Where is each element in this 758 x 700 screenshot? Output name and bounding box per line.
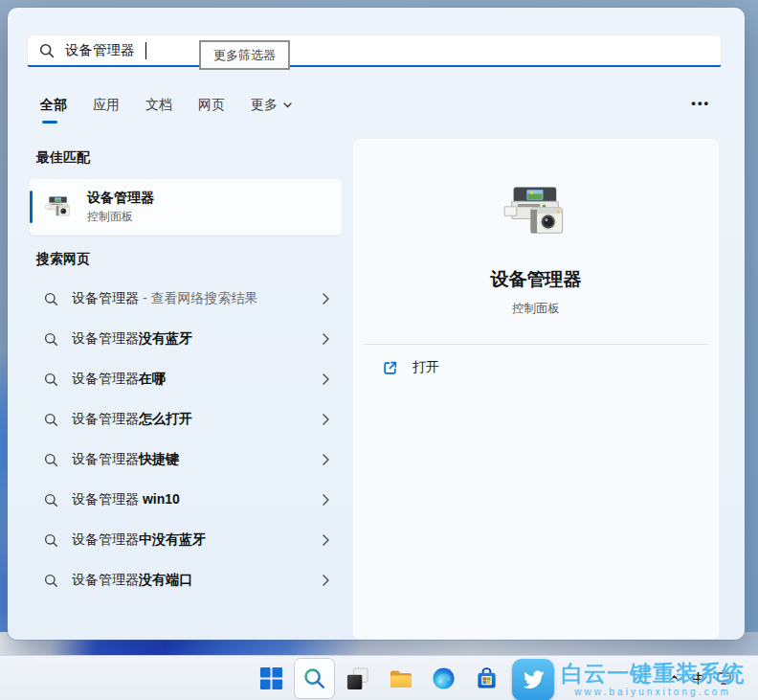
- search-query-text: 设备管理器: [65, 41, 135, 59]
- search-flyout-panel: 设备管理器 更多筛选器 全部 应用 文档 网页 更多 ••• 最佳匹配 设备管理…: [8, 8, 745, 640]
- display-tray-icon[interactable]: [717, 672, 731, 685]
- search-icon: [44, 373, 58, 387]
- tab-apps[interactable]: 应用: [93, 97, 120, 114]
- more-options-button[interactable]: •••: [691, 96, 710, 110]
- best-match-subtitle: 控制面板: [87, 209, 154, 225]
- twitter-bird-icon: [512, 659, 554, 700]
- suggestion-row[interactable]: 设备管理器 - 查看网络搜索结果: [29, 279, 343, 319]
- search-icon: [302, 666, 326, 690]
- more-filters-label: 更多筛选器: [213, 47, 276, 64]
- suggestion-row[interactable]: 设备管理器在哪: [29, 359, 343, 399]
- tab-all[interactable]: 全部: [40, 97, 67, 114]
- web-search-section-title: 搜索网页: [36, 251, 90, 268]
- more-filters-button[interactable]: 更多筛选器: [199, 40, 290, 70]
- chevron-right-icon: [323, 373, 329, 385]
- folder-icon: [389, 666, 413, 691]
- open-action[interactable]: 打开: [353, 345, 719, 391]
- chevron-right-icon: [323, 454, 329, 465]
- tab-more[interactable]: 更多: [251, 97, 292, 114]
- input-method-indicator[interactable]: 中: [692, 670, 704, 688]
- file-explorer-button[interactable]: [381, 659, 420, 698]
- edge-browser-button[interactable]: [424, 659, 463, 698]
- best-match-result[interactable]: 设备管理器 控制面板: [29, 178, 343, 236]
- result-preview-pane: 设备管理器 控制面板 打开: [352, 138, 720, 640]
- search-scope-tabs: 全部 应用 文档 网页 更多: [40, 97, 292, 114]
- preview-subtitle: 控制面板: [512, 301, 560, 317]
- suggestion-row[interactable]: 设备管理器中没有蓝牙: [29, 520, 343, 560]
- system-tray: 中: [669, 656, 731, 700]
- text-cursor: [145, 42, 146, 59]
- chevron-right-icon: [323, 333, 329, 345]
- taskbar: 中 白云一键重装系统 www.baiyunxitong.com: [0, 655, 758, 700]
- device-manager-icon: [45, 193, 72, 220]
- search-icon: [44, 332, 58, 347]
- windows-logo-icon: [259, 666, 283, 690]
- best-match-title: 设备管理器: [87, 190, 154, 207]
- store-icon: [475, 666, 499, 690]
- suggestion-row[interactable]: 设备管理器怎么打开: [29, 399, 343, 440]
- suggestion-row[interactable]: 设备管理器快捷键: [29, 440, 343, 480]
- open-action-label: 打开: [412, 359, 439, 376]
- external-link-icon: [382, 360, 398, 376]
- chevron-right-icon: [323, 575, 329, 586]
- tab-documents[interactable]: 文档: [145, 97, 172, 114]
- search-icon: [39, 43, 55, 58]
- search-icon: [44, 574, 58, 588]
- selection-accent-bar: [30, 191, 33, 223]
- task-view-button[interactable]: [338, 659, 377, 698]
- search-icon: [44, 533, 58, 548]
- search-icon: [44, 493, 58, 508]
- start-button[interactable]: [252, 659, 291, 698]
- web-suggestions-list: 设备管理器 - 查看网络搜索结果 设备管理器没有蓝牙 设备管理器在哪 设备管理器…: [29, 279, 343, 600]
- chevron-right-icon: [323, 293, 329, 305]
- search-icon: [44, 292, 58, 306]
- search-icon: [44, 413, 58, 427]
- suggestion-row[interactable]: 设备管理器没有蓝牙: [29, 319, 343, 359]
- device-manager-icon: [503, 179, 568, 248]
- microsoft-store-button[interactable]: [467, 659, 506, 698]
- suggestion-row[interactable]: 设备管理器 win10: [29, 480, 343, 520]
- search-input[interactable]: 设备管理器: [27, 34, 722, 67]
- ellipsis-icon: •••: [691, 96, 710, 110]
- chevron-right-icon: [323, 534, 329, 546]
- tray-expand-button[interactable]: [669, 675, 680, 682]
- tab-web[interactable]: 网页: [198, 97, 225, 114]
- best-match-section-title: 最佳匹配: [36, 149, 90, 167]
- preview-title: 设备管理器: [491, 267, 582, 292]
- chevron-right-icon: [323, 494, 329, 506]
- edge-icon: [432, 666, 456, 690]
- chevron-down-icon: [283, 102, 292, 108]
- chevron-right-icon: [323, 414, 329, 425]
- search-icon: [44, 453, 58, 467]
- search-taskbar-button[interactable]: [295, 659, 334, 698]
- task-view-icon: [346, 666, 369, 690]
- suggestion-row[interactable]: 设备管理器没有端口: [29, 560, 343, 600]
